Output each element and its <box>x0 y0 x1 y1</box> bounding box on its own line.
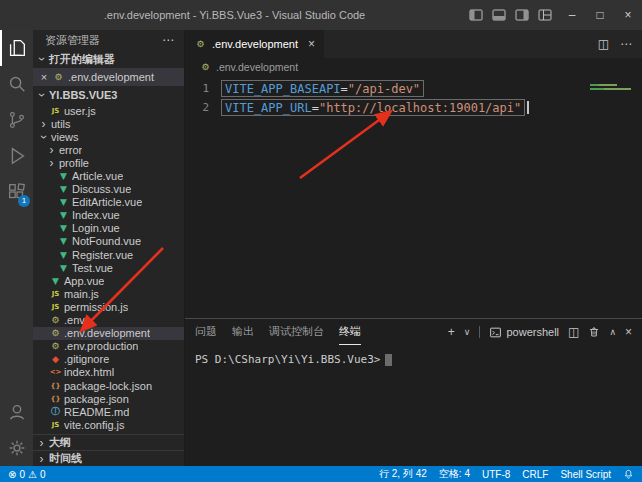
customize-layout-icon[interactable] <box>538 9 552 21</box>
split-terminal-icon[interactable]: ◫ <box>568 325 579 339</box>
tree-item-Register.vue[interactable]: ▼Register.vue <box>33 248 184 261</box>
tree-item-index.html[interactable]: <>index.html <box>33 366 184 379</box>
close-tab-icon[interactable]: × <box>308 37 315 51</box>
activity-account-button[interactable] <box>0 394 33 430</box>
activity-source-control-button[interactable] <box>0 102 33 138</box>
tree-item-README.md[interactable]: ⓘREADME.md <box>33 405 184 418</box>
notifications-button[interactable] <box>623 469 634 480</box>
js-file-icon: JS <box>49 107 62 115</box>
vue-file-icon: ▼ <box>57 171 70 181</box>
tree-item-Index.vue[interactable]: ▼Index.vue <box>33 209 184 222</box>
toggle-panel-icon[interactable] <box>492 9 506 21</box>
panel-tab-problems[interactable]: 问题 <box>195 319 217 345</box>
sidebar-more-actions-icon[interactable]: ⋯ <box>162 33 174 47</box>
activity-run-debug-button[interactable] <box>0 138 33 174</box>
panel-actions: + ∨ powershell ◫ ∧ × <box>448 325 632 339</box>
tree-item-EditArticle.vue[interactable]: ▼EditArticle.vue <box>33 196 184 209</box>
open-editors-section-header[interactable]: › 打开的编辑器 <box>33 50 184 68</box>
main-area: 1 资源管理器 ⋯ › 打开的编辑器 × ⚙ .env.development <box>0 30 642 466</box>
terminal-output[interactable]: PS D:\CSharp\Yi\Yi.BBS.Vue3> <box>185 345 642 466</box>
tree-item-.env.production[interactable]: ⚙.env.production <box>33 340 184 353</box>
warning-icon: ⚠ <box>28 469 37 480</box>
file-name: utils <box>51 118 71 130</box>
close-editor-icon[interactable]: × <box>39 71 49 83</box>
encoding-status[interactable]: UTF-8 <box>482 469 510 480</box>
tree-item-Article.vue[interactable]: ▼Article.vue <box>33 169 184 182</box>
status-bar: ⊗ 0 ⚠ 0 行 2, 列 42 空格: 4 UTF-8 CRLF Shell… <box>0 466 642 482</box>
terminal-icon <box>489 326 502 339</box>
tree-item-profile[interactable]: ›profile <box>33 156 184 169</box>
trash-icon <box>588 326 600 338</box>
file-name: Article.vue <box>72 170 123 182</box>
tree-item-utils[interactable]: ›utils <box>33 117 184 130</box>
env-file-icon: ⚙ <box>49 341 62 351</box>
tree-item-Login.vue[interactable]: ▼Login.vue <box>33 222 184 235</box>
tree-item-vite.config.js[interactable]: JSvite.config.js <box>33 418 184 431</box>
panel-tab-debug-console[interactable]: 调试控制台 <box>269 319 324 345</box>
env-file-icon: ⚙ <box>49 315 62 325</box>
tree-item-package-lock.json[interactable]: {}package-lock.json <box>33 379 184 392</box>
terminal-dropdown-icon[interactable]: ∨ <box>464 327 471 337</box>
code-editor[interactable]: 1VITE_APP_BASEAPI="/api-dev"2VITE_APP_UR… <box>185 76 642 318</box>
tree-item-Test.vue[interactable]: ▼Test.vue <box>33 261 184 274</box>
tree-item-Discuss.vue[interactable]: ▼Discuss.vue <box>33 183 184 196</box>
toggle-sidebar-icon[interactable] <box>469 9 483 21</box>
maximize-panel-icon[interactable]: ∧ <box>609 327 616 337</box>
tree-item-permission.js[interactable]: JSpermission.js <box>33 300 184 313</box>
kill-terminal-icon[interactable] <box>588 326 600 338</box>
close-panel-icon[interactable]: × <box>625 325 632 339</box>
maximize-button[interactable]: □ <box>586 0 614 30</box>
editor-more-actions-icon[interactable]: ⋯ <box>620 37 632 51</box>
code-token: VITE_APP_URL <box>225 101 312 115</box>
activity-explorer-button[interactable] <box>0 30 33 66</box>
outline-section-header[interactable]: › 大纲 <box>33 434 184 450</box>
file-name: NotFound.vue <box>72 235 141 247</box>
tree-item-.env[interactable]: ⚙.env <box>33 314 184 327</box>
layout-controls <box>469 9 552 21</box>
file-name: EditArticle.vue <box>72 196 142 208</box>
tree-item-main.js[interactable]: JSmain.js <box>33 287 184 300</box>
minimize-button[interactable]: – <box>558 0 586 30</box>
problems-status[interactable]: ⊗ 0 ⚠ 0 <box>8 469 45 480</box>
timeline-section-header[interactable]: › 时间线 <box>33 450 184 466</box>
tree-item-error[interactable]: ›error <box>33 143 184 156</box>
chevron-down-icon: › <box>35 54 49 65</box>
terminal-profile-powershell[interactable]: powershell <box>489 326 559 339</box>
indentation-status[interactable]: 空格: 4 <box>439 467 470 481</box>
tree-item-App.vue[interactable]: ▼App.vue <box>33 274 184 287</box>
git-file-icon: ◆ <box>49 354 62 364</box>
activity-extensions-button[interactable]: 1 <box>0 174 33 210</box>
eol-status[interactable]: CRLF <box>522 469 548 480</box>
tree-item-user.js[interactable]: JSuser.js <box>33 104 184 117</box>
tree-item-.env.development[interactable]: ⚙.env.development <box>33 327 184 340</box>
open-editor-item[interactable]: × ⚙ .env.development <box>33 68 184 86</box>
toggle-secondary-sidebar-icon[interactable] <box>515 9 529 21</box>
account-icon <box>6 401 28 423</box>
code-token: "/api-dev" <box>348 82 420 96</box>
language-mode-status[interactable]: Shell Script <box>560 469 611 480</box>
file-name: .gitignore <box>64 353 109 365</box>
close-window-button[interactable]: × <box>614 0 642 30</box>
activity-search-button[interactable] <box>0 66 33 102</box>
tab-env-development[interactable]: ⚙ .env.development × <box>185 30 325 58</box>
tree-item-NotFound.vue[interactable]: ▼NotFound.vue <box>33 235 184 248</box>
editor-tab-bar: ⚙ .env.development × ◫ ⋯ <box>185 30 642 58</box>
file-name: package-lock.json <box>64 380 152 392</box>
tree-item-.gitignore[interactable]: ◆.gitignore <box>33 353 184 366</box>
tree-item-package.json[interactable]: {}package.json <box>33 392 184 405</box>
file-name: vite.config.js <box>64 419 125 431</box>
panel-tab-output[interactable]: 输出 <box>232 319 254 345</box>
window-title: .env.development - Yi.BBS.Vue3 - Visual … <box>0 9 469 21</box>
project-section-header[interactable]: › YI.BBS.VUE3 <box>33 86 184 104</box>
cursor-position-status[interactable]: 行 2, 列 42 <box>379 467 427 481</box>
tree-item-views[interactable]: ›views <box>33 130 184 143</box>
code-line-2[interactable]: 2VITE_APP_URL="http://localhost:19001/ap… <box>185 98 642 117</box>
panel-tab-terminal[interactable]: 终端 <box>339 319 361 345</box>
error-icon: ⊗ <box>8 469 16 480</box>
new-terminal-icon[interactable]: + <box>448 325 455 339</box>
breadcrumb[interactable]: ⚙ .env.development <box>185 58 642 76</box>
minimap[interactable] <box>590 81 636 93</box>
code-line-1[interactable]: 1VITE_APP_BASEAPI="/api-dev" <box>185 79 642 98</box>
split-editor-icon[interactable]: ◫ <box>598 37 609 51</box>
activity-settings-button[interactable] <box>0 430 33 466</box>
